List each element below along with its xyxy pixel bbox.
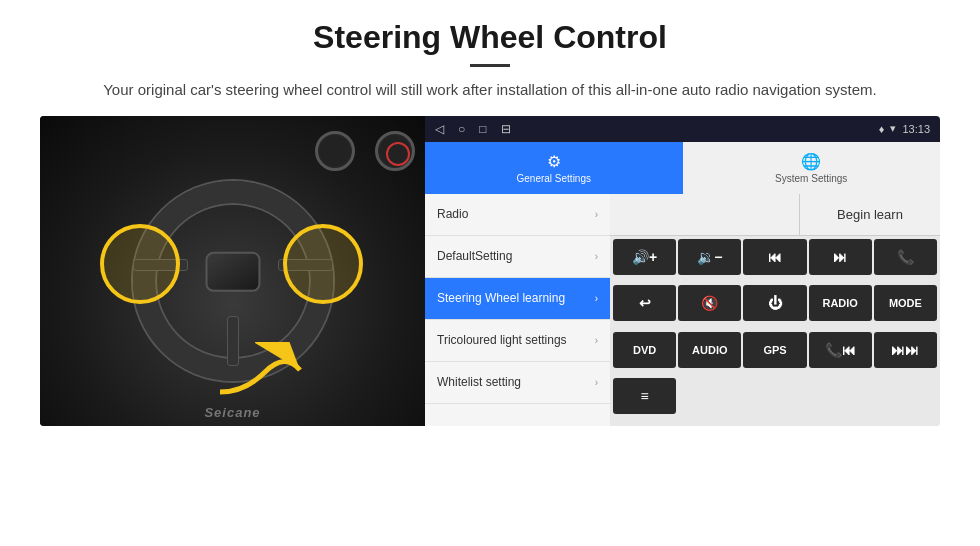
- tab-system-settings[interactable]: 🌐 System Settings: [683, 142, 941, 194]
- mute-icon: 🔇: [701, 295, 718, 311]
- main-content: Radio › DefaultSetting › Steering Wheel …: [425, 194, 940, 426]
- menu-item-default-setting[interactable]: DefaultSetting ›: [425, 236, 610, 278]
- highlight-circle-right: [283, 224, 363, 304]
- menu-item-whitelist[interactable]: Whitelist setting ›: [425, 362, 610, 404]
- power-button[interactable]: ⏻: [743, 285, 806, 321]
- hang-up-icon: ↩: [639, 295, 651, 311]
- audio-label: AUDIO: [692, 344, 727, 356]
- back-icon[interactable]: ◁: [435, 122, 444, 136]
- skip-forward-icon: ⏭⏭: [891, 342, 919, 358]
- chevron-icon: ›: [595, 377, 598, 388]
- list-button[interactable]: ≡: [613, 378, 676, 414]
- left-menu: Radio › DefaultSetting › Steering Wheel …: [425, 194, 610, 426]
- content-row: Seicane ◁ ○ □ ⊟ ♦ ▾ 13:13: [40, 116, 940, 426]
- watermark: Seicane: [204, 405, 260, 420]
- begin-learn-button[interactable]: Begin learn: [800, 194, 940, 235]
- dvd-label: DVD: [633, 344, 656, 356]
- top-row: Begin learn: [610, 194, 940, 236]
- system-settings-icon: 🌐: [801, 152, 821, 171]
- highlight-circle-left: [100, 224, 180, 304]
- page-title: Steering Wheel Control: [40, 18, 940, 56]
- vol-down-icon: 🔉−: [697, 249, 722, 265]
- power-icon: ⏻: [768, 295, 782, 311]
- android-ui-panel: ◁ ○ □ ⊟ ♦ ▾ 13:13 ⚙ General Settings: [425, 116, 940, 426]
- menu-item-radio[interactable]: Radio ›: [425, 194, 610, 236]
- phone-button[interactable]: 📞: [874, 239, 937, 275]
- gps-button[interactable]: GPS: [743, 332, 806, 368]
- radio-button[interactable]: RADIO: [809, 285, 872, 321]
- chevron-icon: ›: [595, 251, 598, 262]
- menu-item-steering-wheel[interactable]: Steering Wheel learning ›: [425, 278, 610, 320]
- steering-wheel-image: Seicane: [40, 116, 425, 426]
- chevron-icon: ›: [595, 335, 598, 346]
- arrow-indicator: [215, 342, 305, 406]
- home-icon[interactable]: ○: [458, 122, 465, 136]
- control-button-grid: 🔊+ 🔉− ⏮ ⏭ 📞: [610, 236, 940, 426]
- subtitle: Your original car's steering wheel contr…: [80, 79, 900, 102]
- chevron-icon: ›: [595, 209, 598, 220]
- audio-button[interactable]: AUDIO: [678, 332, 741, 368]
- vol-up-icon: 🔊+: [632, 249, 657, 265]
- radio-label: RADIO: [822, 297, 857, 309]
- status-bar: ◁ ○ □ ⊟ ♦ ▾ 13:13: [425, 116, 940, 142]
- mode-label: MODE: [889, 297, 922, 309]
- nav-icons: ◁ ○ □ ⊟: [435, 122, 511, 136]
- phone-icon: 📞: [897, 249, 914, 265]
- wifi-icon: ▾: [890, 122, 896, 135]
- dvd-button[interactable]: DVD: [613, 332, 676, 368]
- menu-icon[interactable]: ⊟: [501, 122, 511, 136]
- title-divider: [470, 64, 510, 67]
- vol-up-button[interactable]: 🔊+: [613, 239, 676, 275]
- skip-forward-button[interactable]: ⏭⏭: [874, 332, 937, 368]
- arrow-svg: [215, 342, 305, 402]
- vol-down-button[interactable]: 🔉−: [678, 239, 741, 275]
- gauge-right: [375, 131, 415, 171]
- signal-icon: ♦: [879, 123, 885, 135]
- hang-up-button[interactable]: ↩: [613, 285, 676, 321]
- mute-button[interactable]: 🔇: [678, 285, 741, 321]
- gps-label: GPS: [763, 344, 786, 356]
- tab-general-settings[interactable]: ⚙ General Settings: [425, 142, 683, 194]
- next-track-button[interactable]: ⏭: [809, 239, 872, 275]
- phone-prev-button[interactable]: 📞⏮: [809, 332, 872, 368]
- general-settings-label: General Settings: [517, 173, 592, 184]
- next-track-icon: ⏭: [833, 249, 847, 265]
- clock: 13:13: [902, 123, 930, 135]
- empty-assignment-box: [610, 194, 800, 235]
- phone-prev-icon: 📞⏮: [825, 342, 856, 358]
- list-icon: ≡: [641, 388, 649, 404]
- gauge-left: [315, 131, 355, 171]
- prev-track-icon: ⏮: [768, 249, 782, 265]
- prev-track-button[interactable]: ⏮: [743, 239, 806, 275]
- gauge-area: [315, 126, 415, 186]
- chevron-icon: ›: [595, 293, 598, 304]
- recent-icon[interactable]: □: [479, 122, 486, 136]
- status-right: ♦ ▾ 13:13: [879, 122, 930, 135]
- mode-button[interactable]: MODE: [874, 285, 937, 321]
- system-settings-label: System Settings: [775, 173, 847, 184]
- page-wrapper: Steering Wheel Control Your original car…: [0, 0, 980, 436]
- general-settings-icon: ⚙: [547, 152, 561, 171]
- title-section: Steering Wheel Control Your original car…: [40, 18, 940, 102]
- sw-hub: [205, 252, 260, 292]
- menu-item-tricoloured[interactable]: Tricoloured light settings ›: [425, 320, 610, 362]
- tab-bar: ⚙ General Settings 🌐 System Settings: [425, 142, 940, 194]
- right-panel: Begin learn 🔊+ 🔉− ⏮: [610, 194, 940, 426]
